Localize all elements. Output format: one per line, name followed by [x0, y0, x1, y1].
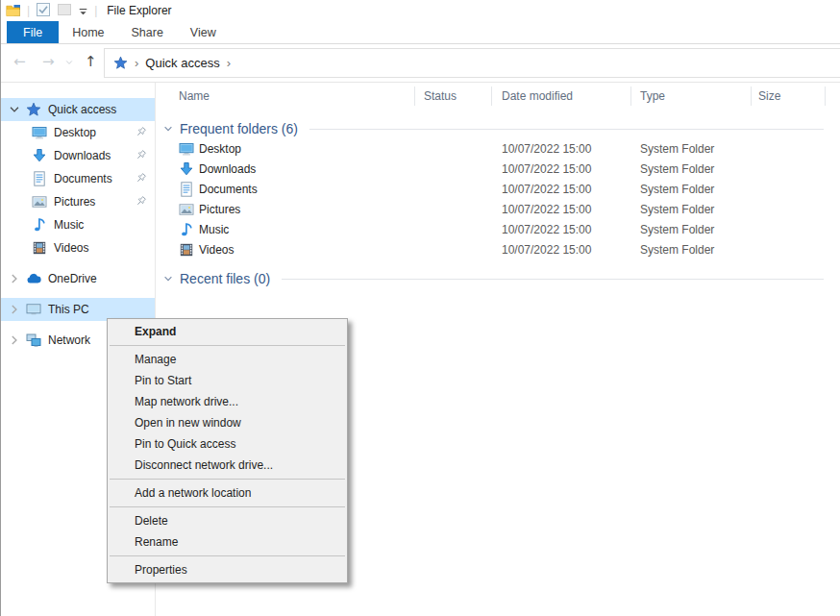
forward-button[interactable]: → [42, 53, 55, 70]
customize-qat-icon[interactable] [78, 7, 88, 17]
chevron-right-icon[interactable] [8, 303, 21, 316]
pictures-icon [32, 194, 47, 209]
menu-separator [110, 555, 345, 556]
column-header-date-modified[interactable]: Date modified [502, 89, 573, 103]
pin-icon [135, 172, 147, 185]
downloads-icon [179, 161, 194, 177]
group-header-rule [282, 279, 824, 280]
videos-icon [179, 242, 194, 258]
pictures-icon [179, 202, 194, 217]
breadcrumb-quick-access[interactable]: Quick access [145, 56, 219, 70]
titlebar-divider: | [94, 4, 97, 17]
desktop-icon [179, 141, 194, 157]
documents-icon [179, 182, 194, 197]
menu-item-disconnect-network-drive[interactable]: Disconnect network drive... [108, 455, 347, 476]
address-bar[interactable]: › Quick access › [104, 48, 840, 78]
quick-access-icon [26, 102, 41, 117]
menu-item-rename[interactable]: Rename [108, 531, 347, 553]
properties-checkbox-icon[interactable] [36, 2, 51, 17]
navigation-toolbar: ← → ↑ › Quick access › [1, 44, 840, 83]
sidebar-item-videos[interactable]: Videos [1, 236, 155, 259]
group-header-rule [309, 129, 824, 130]
group-header-frequent-folders[interactable]: Frequent folders (6) [156, 118, 840, 139]
column-header-status[interactable]: Status [424, 89, 457, 103]
column-divider[interactable] [751, 86, 752, 106]
file-row-downloads[interactable]: Downloads 10/07/2022 15:00 System Folder [156, 160, 840, 180]
title-bar: | | File Explorer [1, 0, 840, 21]
column-divider[interactable] [825, 86, 826, 106]
documents-icon [32, 171, 47, 186]
frequent-folders-list: Desktop 10/07/2022 15:00 System Folder D… [156, 139, 840, 260]
sidebar-item-onedrive[interactable]: OneDrive [1, 267, 155, 290]
menu-item-expand[interactable]: Expand [108, 321, 347, 342]
column-divider[interactable] [630, 86, 631, 106]
music-icon [179, 222, 194, 237]
ribbon-tabs: File Home Share View [1, 21, 840, 44]
downloads-icon [32, 148, 47, 163]
menu-item-properties[interactable]: Properties [108, 559, 347, 580]
file-row-videos[interactable]: Videos 10/07/2022 15:00 System Folder [156, 240, 840, 260]
this-pc-icon [26, 302, 41, 317]
quick-access-icon [113, 56, 128, 70]
file-row-pictures[interactable]: Pictures 10/07/2022 15:00 System Folder [156, 200, 840, 220]
column-header-type[interactable]: Type [640, 89, 665, 103]
file-explorer-window: | | File Explorer File Home Share View ←… [0, 0, 840, 616]
tab-home[interactable]: Home [59, 21, 117, 43]
music-icon [32, 217, 47, 233]
column-header-size[interactable]: Size [758, 89, 780, 103]
pin-icon [135, 149, 147, 161]
chevron-right-icon[interactable] [8, 333, 21, 347]
menu-separator [110, 479, 345, 480]
explorer-app-icon[interactable] [6, 3, 21, 18]
window-title: File Explorer [107, 4, 171, 17]
breadcrumb-separator-icon[interactable]: › [135, 56, 138, 70]
context-menu: ExpandManagePin to StartMap network driv… [107, 318, 348, 583]
menu-item-pin-to-start[interactable]: Pin to Start [108, 370, 347, 391]
sidebar-item-desktop[interactable]: Desktop [1, 121, 155, 144]
breadcrumb-separator-icon[interactable]: › [227, 56, 231, 70]
menu-item-open-in-new-window[interactable]: Open in new window [108, 412, 347, 433]
quick-access-toolbar [36, 2, 88, 20]
sidebar-item-documents[interactable]: Documents [1, 167, 155, 190]
menu-separator [110, 345, 345, 346]
sidebar-item-pictures[interactable]: Pictures [1, 190, 155, 213]
menu-item-map-network-drive[interactable]: Map network drive... [108, 391, 347, 412]
menu-item-delete[interactable]: Delete [108, 510, 347, 531]
chevron-down-icon[interactable] [8, 103, 21, 116]
tab-share[interactable]: Share [118, 21, 177, 43]
chevron-down-icon[interactable] [162, 273, 174, 284]
sidebar-item-music[interactable]: Music [1, 213, 155, 236]
recent-locations-dropdown-icon[interactable] [64, 58, 74, 67]
group-header-recent-files[interactable]: Recent files (0) [156, 268, 840, 289]
menu-item-add-a-network-location[interactable]: Add a network location [108, 482, 347, 504]
menu-item-pin-to-quick-access[interactable]: Pin to Quick access [108, 433, 347, 455]
column-header-name[interactable]: Name [179, 89, 210, 103]
sidebar-item-downloads[interactable]: Downloads [1, 144, 155, 167]
network-icon [26, 333, 41, 348]
back-button[interactable]: ← [13, 53, 26, 70]
file-row-desktop[interactable]: Desktop 10/07/2022 15:00 System Folder [156, 139, 840, 160]
onedrive-icon [26, 271, 41, 286]
file-row-documents[interactable]: Documents 10/07/2022 15:00 System Folder [156, 180, 840, 200]
pin-icon [135, 195, 147, 208]
new-folder-icon[interactable] [57, 2, 72, 17]
menu-separator [110, 506, 345, 507]
tab-file[interactable]: File [7, 21, 59, 43]
titlebar-divider: | [27, 4, 30, 17]
tab-view[interactable]: View [177, 21, 230, 43]
menu-item-manage[interactable]: Manage [108, 349, 347, 370]
column-divider[interactable] [414, 86, 415, 106]
column-headers: Name Status Date modified Type Size [156, 83, 840, 111]
column-divider[interactable] [491, 86, 492, 106]
desktop-icon [32, 125, 47, 140]
videos-icon [32, 240, 47, 256]
pin-icon [135, 126, 147, 138]
chevron-right-icon[interactable] [8, 272, 21, 285]
file-row-music[interactable]: Music 10/07/2022 15:00 System Folder [156, 220, 840, 240]
sidebar-item-quick-access[interactable]: Quick access [1, 98, 155, 121]
chevron-down-icon[interactable] [162, 123, 174, 135]
up-button[interactable]: ↑ [85, 53, 97, 70]
